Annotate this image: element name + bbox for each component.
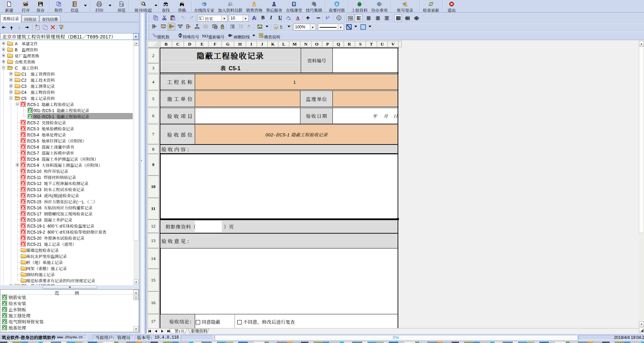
svg-text:A: A	[296, 16, 299, 20]
svg-text:3: 3	[155, 35, 157, 38]
svg-text:b: b	[326, 16, 328, 20]
svg-text:DVD: DVD	[378, 3, 380, 5]
svg-text:影像资料: 影像资料	[191, 328, 207, 334]
svg-text:第1页: 第1页	[175, 328, 185, 334]
svg-text:1: 1	[338, 16, 339, 18]
svg-text:2: 2	[328, 16, 329, 19]
svg-text:t: t	[201, 18, 202, 20]
svg-text:Σ: Σ	[280, 24, 283, 29]
